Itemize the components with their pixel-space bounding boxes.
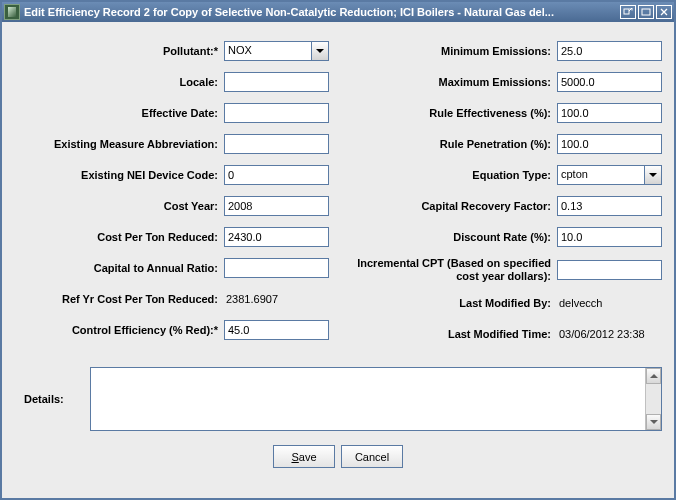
- min-emissions-row: Minimum Emissions:: [347, 40, 662, 62]
- incremental-cpt-row: Incremental CPT (Based on specified cost…: [347, 257, 662, 283]
- chevron-down-icon: [650, 420, 658, 424]
- cost-per-ton-reduced-input[interactable]: [224, 227, 329, 247]
- scroll-down-button[interactable]: [646, 414, 661, 430]
- svg-rect-1: [642, 9, 650, 15]
- close-icon: [659, 8, 669, 16]
- details-label: Details:: [14, 393, 84, 405]
- equation-type-combo[interactable]: cpton: [557, 165, 662, 185]
- detach-button[interactable]: [620, 5, 636, 19]
- equation-type-label: Equation Type:: [347, 169, 557, 181]
- cost-year-label: Cost Year:: [14, 200, 224, 212]
- existing-nei-device-code-input[interactable]: [224, 165, 329, 185]
- min-emissions-input[interactable]: [557, 41, 662, 61]
- svg-rect-0: [624, 9, 629, 14]
- last-modified-time-label: Last Modified Time:: [347, 328, 557, 340]
- right-column: Minimum Emissions: Maximum Emissions: Ru…: [347, 40, 662, 345]
- cancel-button[interactable]: Cancel: [341, 445, 403, 468]
- capital-to-annual-ratio-row: Capital to Annual Ratio:: [14, 257, 329, 279]
- content-area: Pollutant:* NOX Locale: Effective Date:: [2, 22, 674, 498]
- left-column: Pollutant:* NOX Locale: Effective Date:: [14, 40, 329, 345]
- titlebar: Edit Efficiency Record 2 for Copy of Sel…: [2, 2, 674, 22]
- last-modified-by-row: Last Modified By: delvecch: [347, 292, 662, 314]
- capital-recovery-factor-label: Capital Recovery Factor:: [347, 200, 557, 212]
- close-button[interactable]: [656, 5, 672, 19]
- max-emissions-label: Maximum Emissions:: [347, 76, 557, 88]
- discount-rate-input[interactable]: [557, 227, 662, 247]
- detach-icon: [623, 8, 633, 16]
- effective-date-input[interactable]: [224, 103, 329, 123]
- equation-type-value: cpton: [558, 166, 644, 184]
- ref-yr-cost-per-ton-value: 2381.6907: [224, 293, 329, 305]
- control-efficiency-label: Control Efficiency (% Red):*: [14, 324, 224, 336]
- last-modified-time-value: 03/06/2012 23:38: [557, 328, 662, 340]
- capital-recovery-factor-input[interactable]: [557, 196, 662, 216]
- existing-measure-abbrev-row: Existing Measure Abbreviation:: [14, 133, 329, 155]
- cost-per-ton-reduced-row: Cost Per Ton Reduced:: [14, 226, 329, 248]
- ref-yr-cost-per-ton-row: Ref Yr Cost Per Ton Reduced: 2381.6907: [14, 288, 329, 310]
- details-textarea[interactable]: [91, 368, 645, 430]
- incremental-cpt-label: Incremental CPT (Based on specified cost…: [347, 257, 557, 283]
- effective-date-row: Effective Date:: [14, 102, 329, 124]
- equation-type-row: Equation Type: cpton: [347, 164, 662, 186]
- rule-penetration-label: Rule Penetration (%):: [347, 138, 557, 150]
- pollutant-row: Pollutant:* NOX: [14, 40, 329, 62]
- locale-row: Locale:: [14, 71, 329, 93]
- chevron-up-icon: [650, 374, 658, 378]
- min-emissions-label: Minimum Emissions:: [347, 45, 557, 57]
- last-modified-time-row: Last Modified Time: 03/06/2012 23:38: [347, 323, 662, 345]
- capital-to-annual-ratio-input[interactable]: [224, 258, 329, 278]
- details-scrollbar[interactable]: [645, 368, 661, 430]
- form-columns: Pollutant:* NOX Locale: Effective Date:: [14, 40, 662, 345]
- maximize-button[interactable]: [638, 5, 654, 19]
- control-efficiency-input[interactable]: [224, 320, 329, 340]
- rule-penetration-input[interactable]: [557, 134, 662, 154]
- existing-measure-abbrev-label: Existing Measure Abbreviation:: [14, 138, 224, 150]
- window-frame: Edit Efficiency Record 2 for Copy of Sel…: [0, 0, 676, 500]
- capital-recovery-factor-row: Capital Recovery Factor:: [347, 195, 662, 217]
- rule-effectiveness-row: Rule Effectiveness (%):: [347, 102, 662, 124]
- rule-effectiveness-label: Rule Effectiveness (%):: [347, 107, 557, 119]
- equation-type-combo-button[interactable]: [644, 166, 661, 184]
- scroll-up-button[interactable]: [646, 368, 661, 384]
- max-emissions-input[interactable]: [557, 72, 662, 92]
- last-modified-by-value: delvecch: [557, 297, 662, 309]
- effective-date-label: Effective Date:: [14, 107, 224, 119]
- cost-per-ton-reduced-label: Cost Per Ton Reduced:: [14, 231, 224, 243]
- existing-nei-device-code-row: Existing NEI Device Code:: [14, 164, 329, 186]
- details-textarea-wrap: [90, 367, 662, 431]
- discount-rate-label: Discount Rate (%):: [347, 231, 557, 243]
- discount-rate-row: Discount Rate (%):: [347, 226, 662, 248]
- ref-yr-cost-per-ton-label: Ref Yr Cost Per Ton Reduced:: [14, 293, 224, 305]
- cost-year-input[interactable]: [224, 196, 329, 216]
- existing-nei-device-code-label: Existing NEI Device Code:: [14, 169, 224, 181]
- incremental-cpt-input[interactable]: [557, 260, 662, 280]
- control-efficiency-row: Control Efficiency (% Red):*: [14, 319, 329, 341]
- locale-input[interactable]: [224, 72, 329, 92]
- pollutant-combo-button[interactable]: [311, 42, 328, 60]
- existing-measure-abbrev-input[interactable]: [224, 134, 329, 154]
- chevron-down-icon: [316, 49, 324, 53]
- app-icon: [4, 4, 20, 20]
- cost-year-row: Cost Year:: [14, 195, 329, 217]
- window-title: Edit Efficiency Record 2 for Copy of Sel…: [24, 6, 618, 18]
- details-row: Details:: [14, 367, 662, 431]
- rule-penetration-row: Rule Penetration (%):: [347, 133, 662, 155]
- pollutant-combo[interactable]: NOX: [224, 41, 329, 61]
- save-button[interactable]: Save: [273, 445, 335, 468]
- maximize-icon: [641, 8, 651, 16]
- rule-effectiveness-input[interactable]: [557, 103, 662, 123]
- chevron-down-icon: [649, 173, 657, 177]
- capital-to-annual-ratio-label: Capital to Annual Ratio:: [14, 262, 224, 274]
- last-modified-by-label: Last Modified By:: [347, 297, 557, 309]
- max-emissions-row: Maximum Emissions:: [347, 71, 662, 93]
- pollutant-value: NOX: [225, 42, 311, 60]
- locale-label: Locale:: [14, 76, 224, 88]
- pollutant-label: Pollutant:*: [14, 45, 224, 57]
- button-row: Save Cancel: [14, 445, 662, 468]
